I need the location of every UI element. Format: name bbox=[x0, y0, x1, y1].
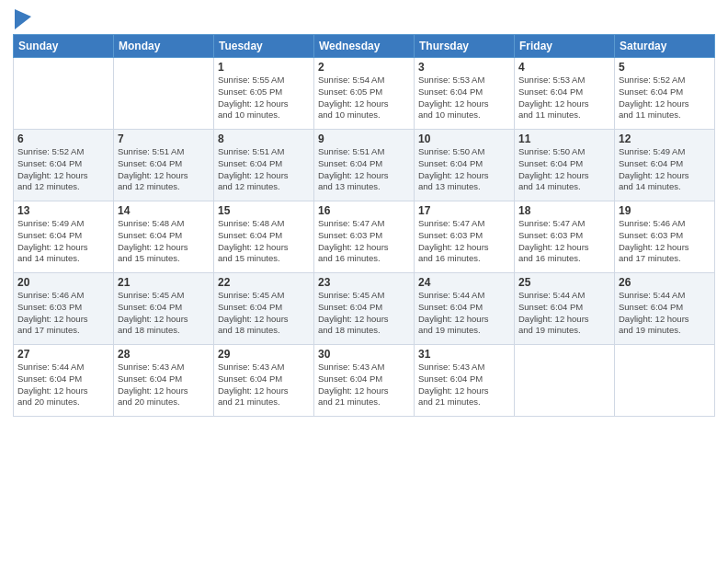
day-number: 12 bbox=[619, 132, 711, 145]
calendar-cell: 4Sunrise: 5:53 AM Sunset: 6:04 PM Daylig… bbox=[515, 58, 615, 130]
calendar-cell bbox=[515, 345, 615, 417]
calendar-cell: 29Sunrise: 5:43 AM Sunset: 6:04 PM Dayli… bbox=[214, 345, 314, 417]
day-info: Sunrise: 5:51 AM Sunset: 6:04 PM Dayligh… bbox=[218, 146, 310, 193]
day-info: Sunrise: 5:48 AM Sunset: 6:04 PM Dayligh… bbox=[218, 218, 310, 265]
day-info: Sunrise: 5:49 AM Sunset: 6:04 PM Dayligh… bbox=[17, 218, 109, 265]
day-info: Sunrise: 5:48 AM Sunset: 6:04 PM Dayligh… bbox=[118, 218, 210, 265]
day-number: 1 bbox=[218, 61, 310, 74]
calendar-cell: 12Sunrise: 5:49 AM Sunset: 6:04 PM Dayli… bbox=[615, 130, 715, 201]
week-row-3: 20Sunrise: 5:46 AM Sunset: 6:03 PM Dayli… bbox=[14, 273, 715, 345]
day-number: 24 bbox=[418, 276, 510, 289]
day-info: Sunrise: 5:53 AM Sunset: 6:04 PM Dayligh… bbox=[418, 75, 510, 121]
day-info: Sunrise: 5:51 AM Sunset: 6:04 PM Dayligh… bbox=[118, 146, 210, 193]
calendar-cell: 31Sunrise: 5:43 AM Sunset: 6:04 PM Dayli… bbox=[415, 345, 515, 417]
calendar-cell: 6Sunrise: 5:52 AM Sunset: 6:04 PM Daylig… bbox=[14, 130, 114, 201]
week-row-0: 1Sunrise: 5:55 AM Sunset: 6:05 PM Daylig… bbox=[14, 58, 715, 130]
calendar-cell: 21Sunrise: 5:45 AM Sunset: 6:04 PM Dayli… bbox=[114, 273, 214, 345]
day-info: Sunrise: 5:46 AM Sunset: 6:03 PM Dayligh… bbox=[619, 218, 711, 265]
weekday-header-friday: Friday bbox=[515, 35, 615, 58]
day-number: 28 bbox=[118, 348, 210, 361]
day-number: 21 bbox=[118, 276, 210, 289]
calendar-cell: 16Sunrise: 5:47 AM Sunset: 6:03 PM Dayli… bbox=[314, 201, 415, 273]
day-number: 4 bbox=[518, 61, 610, 74]
day-info: Sunrise: 5:45 AM Sunset: 6:04 PM Dayligh… bbox=[218, 290, 310, 337]
calendar-cell: 13Sunrise: 5:49 AM Sunset: 6:04 PM Dayli… bbox=[14, 201, 114, 273]
day-info: Sunrise: 5:43 AM Sunset: 6:04 PM Dayligh… bbox=[118, 362, 210, 408]
day-info: Sunrise: 5:44 AM Sunset: 6:04 PM Dayligh… bbox=[619, 290, 711, 337]
day-number: 15 bbox=[218, 204, 310, 217]
week-row-1: 6Sunrise: 5:52 AM Sunset: 6:04 PM Daylig… bbox=[14, 130, 715, 201]
calendar-cell: 20Sunrise: 5:46 AM Sunset: 6:03 PM Dayli… bbox=[14, 273, 114, 345]
day-number: 7 bbox=[118, 132, 210, 145]
day-number: 26 bbox=[619, 276, 711, 289]
day-number: 27 bbox=[17, 348, 109, 361]
day-info: Sunrise: 5:43 AM Sunset: 6:04 PM Dayligh… bbox=[218, 362, 310, 408]
day-number: 17 bbox=[418, 204, 510, 217]
weekday-header-monday: Monday bbox=[114, 35, 214, 58]
day-info: Sunrise: 5:53 AM Sunset: 6:04 PM Dayligh… bbox=[518, 75, 610, 121]
day-number: 30 bbox=[318, 348, 410, 361]
day-info: Sunrise: 5:43 AM Sunset: 6:04 PM Dayligh… bbox=[318, 362, 410, 408]
day-number: 10 bbox=[418, 132, 510, 145]
day-info: Sunrise: 5:45 AM Sunset: 6:04 PM Dayligh… bbox=[318, 290, 410, 337]
weekday-header-thursday: Thursday bbox=[415, 35, 515, 58]
calendar-cell: 25Sunrise: 5:44 AM Sunset: 6:04 PM Dayli… bbox=[515, 273, 615, 345]
day-number: 19 bbox=[619, 204, 711, 217]
day-number: 22 bbox=[218, 276, 310, 289]
day-number: 23 bbox=[318, 276, 410, 289]
calendar-cell: 1Sunrise: 5:55 AM Sunset: 6:05 PM Daylig… bbox=[214, 58, 314, 130]
calendar-cell: 9Sunrise: 5:51 AM Sunset: 6:04 PM Daylig… bbox=[314, 130, 415, 201]
day-info: Sunrise: 5:50 AM Sunset: 6:04 PM Dayligh… bbox=[418, 146, 510, 193]
calendar-cell: 30Sunrise: 5:43 AM Sunset: 6:04 PM Dayli… bbox=[314, 345, 415, 417]
weekday-header-row: SundayMondayTuesdayWednesdayThursdayFrid… bbox=[14, 35, 715, 58]
day-info: Sunrise: 5:45 AM Sunset: 6:04 PM Dayligh… bbox=[118, 290, 210, 337]
header bbox=[13, 9, 715, 29]
weekday-header-wednesday: Wednesday bbox=[314, 35, 415, 58]
day-number: 9 bbox=[318, 132, 410, 145]
day-info: Sunrise: 5:55 AM Sunset: 6:05 PM Dayligh… bbox=[218, 75, 310, 121]
day-number: 16 bbox=[318, 204, 410, 217]
calendar-cell: 17Sunrise: 5:47 AM Sunset: 6:03 PM Dayli… bbox=[415, 201, 515, 273]
weekday-header-saturday: Saturday bbox=[615, 35, 715, 58]
calendar-cell: 22Sunrise: 5:45 AM Sunset: 6:04 PM Dayli… bbox=[214, 273, 314, 345]
calendar: SundayMondayTuesdayWednesdayThursdayFrid… bbox=[13, 34, 715, 417]
calendar-cell: 2Sunrise: 5:54 AM Sunset: 6:05 PM Daylig… bbox=[314, 58, 415, 130]
week-row-4: 27Sunrise: 5:44 AM Sunset: 6:04 PM Dayli… bbox=[14, 345, 715, 417]
calendar-cell: 18Sunrise: 5:47 AM Sunset: 6:03 PM Dayli… bbox=[515, 201, 615, 273]
calendar-cell: 23Sunrise: 5:45 AM Sunset: 6:04 PM Dayli… bbox=[314, 273, 415, 345]
week-row-2: 13Sunrise: 5:49 AM Sunset: 6:04 PM Dayli… bbox=[14, 201, 715, 273]
logo-icon bbox=[15, 9, 31, 29]
day-number: 6 bbox=[17, 132, 109, 145]
weekday-header-tuesday: Tuesday bbox=[214, 35, 314, 58]
calendar-cell: 11Sunrise: 5:50 AM Sunset: 6:04 PM Dayli… bbox=[515, 130, 615, 201]
day-number: 3 bbox=[418, 61, 510, 74]
calendar-cell: 10Sunrise: 5:50 AM Sunset: 6:04 PM Dayli… bbox=[415, 130, 515, 201]
day-info: Sunrise: 5:52 AM Sunset: 6:04 PM Dayligh… bbox=[17, 146, 109, 193]
calendar-cell: 14Sunrise: 5:48 AM Sunset: 6:04 PM Dayli… bbox=[114, 201, 214, 273]
day-number: 25 bbox=[518, 276, 610, 289]
day-info: Sunrise: 5:46 AM Sunset: 6:03 PM Dayligh… bbox=[17, 290, 109, 337]
day-number: 14 bbox=[118, 204, 210, 217]
calendar-cell: 7Sunrise: 5:51 AM Sunset: 6:04 PM Daylig… bbox=[114, 130, 214, 201]
day-info: Sunrise: 5:52 AM Sunset: 6:04 PM Dayligh… bbox=[619, 75, 711, 121]
calendar-cell bbox=[114, 58, 214, 130]
calendar-cell: 26Sunrise: 5:44 AM Sunset: 6:04 PM Dayli… bbox=[615, 273, 715, 345]
day-info: Sunrise: 5:43 AM Sunset: 6:04 PM Dayligh… bbox=[418, 362, 510, 408]
day-number: 31 bbox=[418, 348, 510, 361]
calendar-cell: 5Sunrise: 5:52 AM Sunset: 6:04 PM Daylig… bbox=[615, 58, 715, 130]
calendar-cell: 28Sunrise: 5:43 AM Sunset: 6:04 PM Dayli… bbox=[114, 345, 214, 417]
logo bbox=[13, 9, 31, 29]
day-info: Sunrise: 5:47 AM Sunset: 6:03 PM Dayligh… bbox=[518, 218, 610, 265]
calendar-cell: 8Sunrise: 5:51 AM Sunset: 6:04 PM Daylig… bbox=[214, 130, 314, 201]
day-number: 18 bbox=[518, 204, 610, 217]
day-info: Sunrise: 5:51 AM Sunset: 6:04 PM Dayligh… bbox=[318, 146, 410, 193]
day-number: 29 bbox=[218, 348, 310, 361]
page: SundayMondayTuesdayWednesdayThursdayFrid… bbox=[0, 0, 728, 563]
calendar-cell: 3Sunrise: 5:53 AM Sunset: 6:04 PM Daylig… bbox=[415, 58, 515, 130]
day-number: 20 bbox=[17, 276, 109, 289]
day-info: Sunrise: 5:50 AM Sunset: 6:04 PM Dayligh… bbox=[518, 146, 610, 193]
day-info: Sunrise: 5:44 AM Sunset: 6:04 PM Dayligh… bbox=[17, 362, 109, 408]
calendar-cell: 15Sunrise: 5:48 AM Sunset: 6:04 PM Dayli… bbox=[214, 201, 314, 273]
day-number: 11 bbox=[518, 132, 610, 145]
day-info: Sunrise: 5:44 AM Sunset: 6:04 PM Dayligh… bbox=[418, 290, 510, 337]
